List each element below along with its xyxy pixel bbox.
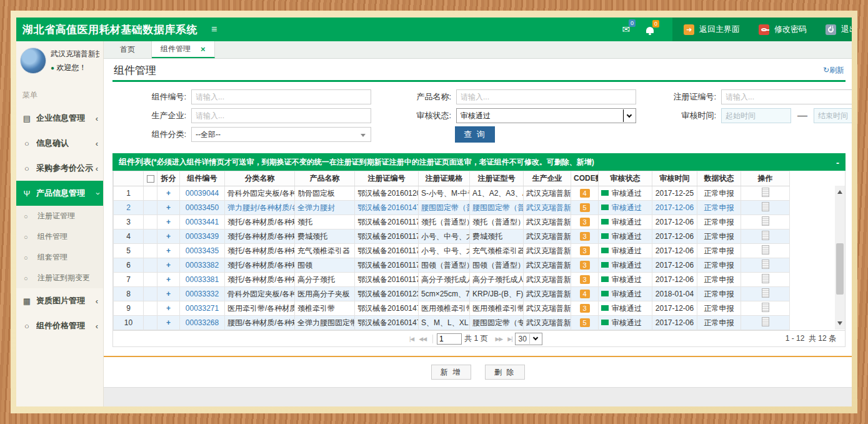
audit-time-cell: 2017-12-06	[652, 230, 697, 244]
sidebar-item[interactable]: ○组件价格管理‹	[16, 313, 103, 338]
sidebar-subitem[interactable]: ○组件管理	[16, 226, 103, 247]
component-code-link[interactable]: 00033381	[186, 275, 219, 284]
page-number-input[interactable]	[437, 333, 462, 345]
component-code-link[interactable]: 00033435	[186, 246, 219, 255]
circle-icon: ○	[24, 233, 34, 241]
sidebar-subitem[interactable]: ○注册证管理	[16, 206, 103, 226]
sidebar-item[interactable]: ▦资质图片管理‹	[16, 288, 103, 313]
back-to-main-button[interactable]: ➜ 返回主界面	[684, 24, 740, 35]
user-name: 武汉克瑞普新技术	[51, 49, 99, 59]
expand-row-button[interactable]: +	[166, 290, 171, 298]
image-icon: ▦	[21, 296, 32, 306]
page-content: 组件管理 ↻刷新 组件编号: 产品名称: 注册证编号:	[104, 59, 852, 406]
expand-row-button[interactable]: +	[166, 218, 171, 226]
tab-component-management[interactable]: 组件管理 ×	[152, 41, 215, 58]
sidebar-item[interactable]: ▤企业信息管理‹	[16, 106, 103, 131]
expand-row-button[interactable]: +	[166, 261, 171, 270]
select-all-checkbox[interactable]	[147, 175, 154, 183]
vertical-scrollbar[interactable]	[835, 186, 845, 330]
add-button[interactable]: 新 增	[431, 365, 471, 380]
row-number: 3	[114, 215, 144, 230]
manufacturer-input[interactable]	[191, 108, 371, 123]
expand-row-button[interactable]: +	[166, 203, 171, 212]
hamburger-menu-icon[interactable]: ≡	[211, 24, 217, 35]
audit-status-cell: 审核通过	[599, 215, 652, 230]
sidebar-item[interactable]: Ψ产品信息管理‹	[16, 181, 103, 206]
notifications-bell-icon[interactable]: 0	[646, 24, 654, 35]
sidebar-subitem[interactable]: ○注册证到期变更	[16, 268, 103, 288]
component-code-link[interactable]: 00033382	[186, 261, 219, 270]
document-icon[interactable]	[762, 317, 769, 326]
page-title: 组件管理	[114, 63, 156, 78]
page-size-select[interactable]: 30	[515, 333, 542, 345]
status-indicator	[601, 190, 609, 196]
code-count-badge: 4	[580, 189, 590, 198]
scroll-down-icon[interactable]	[835, 318, 845, 328]
document-icon[interactable]	[762, 216, 769, 226]
document-icon[interactable]	[762, 288, 769, 298]
scroll-up-icon[interactable]	[835, 187, 845, 197]
cert-model-cell: 高分子颈托成人大号	[470, 273, 524, 287]
collapse-panel-button[interactable]: -	[831, 157, 839, 168]
component-code-input[interactable]	[191, 89, 371, 104]
circle-icon: ○	[24, 254, 34, 261]
sidebar-menu: ▤企业信息管理‹○信息确认‹○采购参考价公示‹Ψ产品信息管理‹○注册证管理○组件…	[16, 106, 103, 338]
start-date-input[interactable]	[721, 108, 791, 123]
expand-row-button[interactable]: +	[166, 304, 171, 313]
search-button[interactable]: 查 询	[455, 126, 495, 143]
component-code-link[interactable]: 00033439	[186, 232, 219, 241]
component-code-link[interactable]: 00033450	[186, 203, 219, 212]
sidebar-subitem[interactable]: ○组套管理	[16, 247, 103, 268]
sidebar-item-label: 企业信息管理	[36, 113, 85, 124]
last-page-icon[interactable]: ▶|	[507, 336, 512, 342]
next-page-icon[interactable]: ▶▶	[495, 336, 502, 342]
status-indicator	[601, 320, 609, 325]
prev-page-icon[interactable]: ◀◀	[419, 336, 426, 342]
expand-row-button[interactable]: +	[166, 318, 171, 327]
change-password-button[interactable]: 修改密码	[759, 24, 807, 35]
data-status-cell: 正常申报	[697, 287, 741, 301]
first-page-icon[interactable]: |◀	[409, 336, 414, 342]
component-code-link[interactable]: 00039044	[186, 189, 219, 198]
cert-no-cell: 鄂汉械备20160147	[355, 201, 419, 215]
footer-strip	[104, 387, 852, 406]
scrollbar-thumb[interactable]	[836, 243, 844, 295]
expand-row-button[interactable]: +	[166, 275, 171, 284]
audit-time-cell: 2017-12-06	[652, 301, 697, 316]
header-actions: ➜ 返回主界面 修改密码 退出	[672, 18, 852, 41]
expand-row-button[interactable]: +	[166, 189, 171, 198]
sidebar-item[interactable]: ○信息确认‹	[16, 131, 103, 156]
refresh-link[interactable]: ↻刷新	[823, 65, 844, 76]
category-cell: 医用牵引带/各种材质/各种规格	[225, 301, 295, 316]
circle-icon: ○	[24, 213, 34, 220]
document-icon[interactable]	[762, 303, 769, 312]
cert-no-input[interactable]	[721, 89, 852, 104]
component-code-link[interactable]: 00033268	[186, 318, 219, 327]
category-combobox[interactable]: --全部--	[191, 127, 371, 142]
document-icon[interactable]	[762, 274, 769, 283]
document-icon[interactable]	[762, 188, 769, 197]
component-code-link[interactable]: 00033441	[186, 218, 219, 226]
product-name-input[interactable]	[456, 89, 636, 104]
sidebar-item[interactable]: ○采购参考价公示‹	[16, 156, 103, 181]
close-tab-icon[interactable]: ×	[201, 44, 206, 54]
document-icon[interactable]	[762, 202, 769, 211]
component-code-link[interactable]: 00033332	[186, 290, 219, 298]
table-row: 9+00033271医用牵引带/各种材质/各种规格颈椎牵引带鄂汉械备201601…	[114, 301, 790, 316]
mail-icon[interactable]: ✉0	[622, 24, 630, 35]
audit-status-select[interactable]: 审核通过	[456, 108, 636, 123]
delete-button[interactable]: 删 除	[485, 365, 525, 380]
expand-row-button[interactable]: +	[166, 246, 171, 255]
logout-button[interactable]: 退出	[826, 24, 852, 35]
component-code-link[interactable]: 00033271	[186, 304, 219, 313]
category-cell: 颈托/各种材质/各种规格	[225, 273, 295, 287]
expand-row-button[interactable]: +	[166, 232, 171, 241]
document-icon[interactable]	[762, 245, 769, 255]
component-list-panel: 组件列表 (*必须进入组件详情页才可送审，到期换证不变的统一在注册证到期新证注册…	[112, 153, 846, 347]
tab-home[interactable]: 首页	[104, 41, 152, 58]
file-icon: ▤	[21, 114, 32, 123]
document-icon[interactable]	[762, 231, 769, 240]
end-date-input[interactable]	[814, 108, 852, 123]
company-cell: 武汉克瑞普新技术	[524, 230, 571, 244]
document-icon[interactable]	[762, 260, 769, 269]
